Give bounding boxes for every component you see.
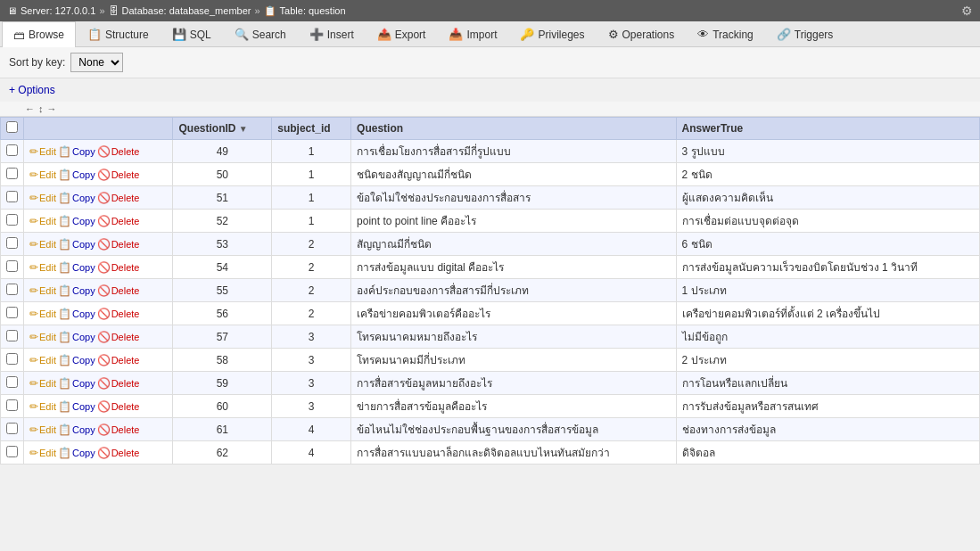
arrow-sort[interactable]: ↕ xyxy=(38,103,44,114)
tab-insert[interactable]: ➕Insert xyxy=(298,21,366,46)
row-checkbox-5[interactable] xyxy=(6,260,18,272)
tab-sql[interactable]: 💾SQL xyxy=(161,21,223,46)
copy-button[interactable]: 📋 Copy xyxy=(58,377,95,390)
row-actions-cell: ✏ Edit 📋 Copy 🚫 Delete xyxy=(24,233,173,256)
copy-button[interactable]: 📋 Copy xyxy=(58,354,95,366)
delete-button[interactable]: 🚫 Delete xyxy=(97,192,140,204)
edit-button[interactable]: ✏ Edit xyxy=(29,377,56,390)
row-checkbox-cell xyxy=(1,279,24,302)
copy-icon: 📋 xyxy=(58,192,71,204)
sort-select[interactable]: None xyxy=(70,53,123,72)
copy-button[interactable]: 📋 Copy xyxy=(58,308,95,320)
tab-search[interactable]: 🔍Search xyxy=(223,21,298,46)
arrow-right[interactable]: → xyxy=(47,103,57,114)
tab-import[interactable]: 📥Import xyxy=(437,21,508,46)
edit-button[interactable]: ✏ Edit xyxy=(29,308,56,320)
row-checkbox-10[interactable] xyxy=(6,376,18,388)
delete-button[interactable]: 🚫 Delete xyxy=(97,238,140,251)
row-actions-cell: ✏ Edit 📋 Copy 🚫 Delete xyxy=(24,372,173,395)
copy-label: Copy xyxy=(72,285,95,296)
row-checkbox-1[interactable] xyxy=(6,168,18,179)
edit-button[interactable]: ✏ Edit xyxy=(29,424,56,436)
row-checkbox-3[interactable] xyxy=(6,214,18,226)
delete-button[interactable]: 🚫 Delete xyxy=(97,169,140,181)
row-checkbox-11[interactable] xyxy=(6,399,18,411)
copy-button[interactable]: 📋 Copy xyxy=(58,424,95,436)
row-checkbox-0[interactable] xyxy=(6,144,18,156)
triggers-tab-label: Triggers xyxy=(795,29,834,41)
copy-button[interactable]: 📋 Copy xyxy=(58,145,95,158)
edit-button[interactable]: ✏ Edit xyxy=(29,284,56,297)
options-link[interactable]: + Options xyxy=(9,84,55,96)
select-all-checkbox[interactable] xyxy=(6,121,18,133)
copy-label: Copy xyxy=(72,169,95,180)
table-icon: 📋 xyxy=(264,5,276,17)
row-checkbox-9[interactable] xyxy=(6,353,18,365)
cell-questionid: 53 xyxy=(173,233,272,256)
edit-label: Edit xyxy=(39,355,56,366)
copy-button[interactable]: 📋 Copy xyxy=(58,284,95,297)
row-checkbox-6[interactable] xyxy=(6,284,18,295)
row-actions: ✏ Edit 📋 Copy 🚫 Delete xyxy=(29,169,167,181)
copy-label: Copy xyxy=(72,378,95,389)
tab-structure[interactable]: 📋Structure xyxy=(76,21,161,46)
row-actions: ✏ Edit 📋 Copy 🚫 Delete xyxy=(29,192,167,204)
delete-button[interactable]: 🚫 Delete xyxy=(97,331,140,343)
arrow-left[interactable]: ← xyxy=(25,103,35,114)
copy-icon: 📋 xyxy=(58,308,71,320)
cell-subject-id: 1 xyxy=(272,163,351,186)
tab-export[interactable]: 📤Export xyxy=(366,21,438,46)
edit-button[interactable]: ✏ Edit xyxy=(29,238,56,251)
copy-button[interactable]: 📋 Copy xyxy=(58,238,95,251)
edit-button[interactable]: ✏ Edit xyxy=(29,192,56,204)
copy-button[interactable]: 📋 Copy xyxy=(58,331,95,343)
row-checkbox-13[interactable] xyxy=(6,446,18,457)
copy-button[interactable]: 📋 Copy xyxy=(58,261,95,274)
tab-operations[interactable]: ⚙Operations xyxy=(597,21,687,46)
edit-button[interactable]: ✏ Edit xyxy=(29,215,56,227)
delete-button[interactable]: 🚫 Delete xyxy=(97,400,140,413)
copy-button[interactable]: 📋 Copy xyxy=(58,447,95,459)
tab-privileges[interactable]: 🔑Privileges xyxy=(508,21,596,46)
row-checkbox-7[interactable] xyxy=(6,307,18,318)
copy-button[interactable]: 📋 Copy xyxy=(58,400,95,413)
col-header-questionid[interactable]: QuestionID ▼ xyxy=(173,118,272,140)
edit-button[interactable]: ✏ Edit xyxy=(29,447,56,459)
edit-label: Edit xyxy=(39,239,56,250)
cell-question: ข้อไหนไม่ใช่ช่องประกอบพื้นฐานของการสื่อส… xyxy=(351,418,677,441)
tab-tracking[interactable]: 👁Tracking xyxy=(686,21,765,46)
cell-question: point to point line คืออะไร xyxy=(351,210,677,233)
delete-button[interactable]: 🚫 Delete xyxy=(97,377,140,390)
row-checkbox-12[interactable] xyxy=(6,423,18,434)
delete-button[interactable]: 🚫 Delete xyxy=(97,145,140,158)
delete-button[interactable]: 🚫 Delete xyxy=(97,308,140,320)
delete-button[interactable]: 🚫 Delete xyxy=(97,424,140,436)
delete-label: Delete xyxy=(111,216,140,226)
delete-button[interactable]: 🚫 Delete xyxy=(97,447,140,459)
sort-arrow-questionid[interactable]: ▼ xyxy=(239,124,248,134)
cell-subject-id: 4 xyxy=(272,418,351,441)
edit-button[interactable]: ✏ Edit xyxy=(29,354,56,366)
edit-button[interactable]: ✏ Edit xyxy=(29,400,56,413)
tab-triggers[interactable]: 🔗Triggers xyxy=(765,21,845,46)
row-checkbox-2[interactable] xyxy=(6,191,18,202)
copy-button[interactable]: 📋 Copy xyxy=(58,169,95,181)
row-checkbox-4[interactable] xyxy=(6,237,18,249)
edit-button[interactable]: ✏ Edit xyxy=(29,331,56,343)
edit-button[interactable]: ✏ Edit xyxy=(29,261,56,274)
delete-button[interactable]: 🚫 Delete xyxy=(97,284,140,297)
cell-question: สัญญาณมีกี่ชนิด xyxy=(351,233,677,256)
row-checkbox-8[interactable] xyxy=(6,330,18,341)
copy-label: Copy xyxy=(72,239,95,250)
delete-button[interactable]: 🚫 Delete xyxy=(97,354,140,366)
gear-icon[interactable]: ⚙ xyxy=(961,4,973,18)
copy-button[interactable]: 📋 Copy xyxy=(58,192,95,204)
edit-button[interactable]: ✏ Edit xyxy=(29,145,56,158)
tab-browse[interactable]: 🗃Browse xyxy=(2,21,76,47)
cell-answer: 1 ประเภท xyxy=(676,279,979,302)
delete-button[interactable]: 🚫 Delete xyxy=(97,215,140,227)
edit-button[interactable]: ✏ Edit xyxy=(29,169,56,181)
copy-button[interactable]: 📋 Copy xyxy=(58,215,95,227)
delete-button[interactable]: 🚫 Delete xyxy=(97,261,140,274)
col-header-answertrue: AnswerTrue xyxy=(676,118,979,140)
